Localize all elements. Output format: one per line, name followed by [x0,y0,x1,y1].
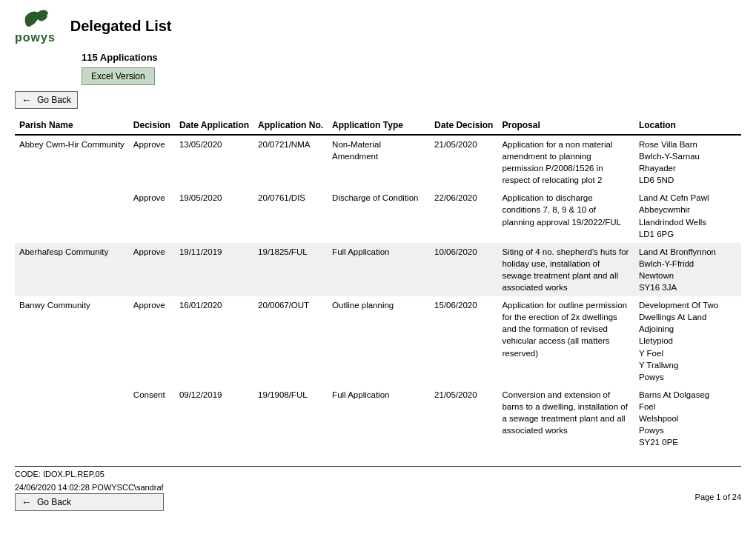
cell-date-app: 16/01/2020 [175,296,253,386]
excel-version-button[interactable]: Excel Version [82,67,155,85]
cell-location: Rose Villa Barn Bwlch-Y-Sarnau Rhayader … [634,135,741,189]
page-title: Delegated List [70,18,172,35]
cell-app-type: Full Application [328,243,430,296]
cell-parish: Aberhafesp Community [15,243,129,296]
col-decision: Decision [129,116,175,135]
page-header: powys Delegated List [15,7,741,44]
logo: powys [15,7,56,44]
logo-text: powys [15,31,56,44]
cell-proposal: Application to discharge conditions 7, 8… [497,189,634,242]
page-footer: CODE: IDOX.PL.REP.05 24/06/2020 14:02:28… [15,466,741,511]
cell-location: Barns At Dolgaseg Foel Welshpool Powys S… [634,386,741,451]
cell-parish [15,189,129,242]
footer-timestamp: 24/06/2020 14:02:28 POWYSCC\sandraf [15,483,164,492]
cell-app-type: Non-Material Amendment [328,135,430,189]
cell-decision: Approve [129,243,175,296]
cell-date-dec: 10/06/2020 [430,243,497,296]
cell-date-app: 09/12/2019 [175,386,253,451]
cell-proposal: Conversion and extension of barns to a d… [497,386,634,451]
cell-date-app: 19/11/2019 [175,243,253,296]
cell-app-no: 20/0761/DIS [253,189,328,242]
col-proposal: Proposal [497,116,634,135]
applications-count: 115 Applications [82,52,741,63]
cell-app-no: 20/0067/OUT [253,296,328,386]
col-date-decision: Date Decision [430,116,497,135]
go-back-button-top[interactable]: ← Go Back [15,91,78,109]
cell-date-dec: 15/06/2020 [430,296,497,386]
cell-proposal: Siting of 4 no. shepherd's huts for holi… [497,243,634,296]
cell-location: Land At Bronffynnon Bwlch-Y-Ffridd Newto… [634,243,741,296]
page-number: Page 1 of 24 [695,493,741,501]
table-row: Abbey Cwm-Hir CommunityApprove13/05/2020… [15,135,741,189]
cell-app-no: 20/0721/NMA [253,135,328,189]
applications-table: Parish Name Decision Date Application Ap… [15,116,741,451]
powys-logo-icon [20,7,50,31]
footer-code: CODE: IDOX.PL.REP.05 [15,470,741,478]
cell-location: Land At Cefn Pawl Abbeycwmhir Llandrindo… [634,189,741,242]
table-row: Banwy CommunityApprove16/01/202020/0067/… [15,296,741,386]
go-back-label-top: Go Back [37,95,71,105]
arrow-left-icon-bottom: ← [21,496,32,508]
cell-date-dec: 21/05/2020 [430,135,497,189]
cell-proposal: Application for a non material amendment… [497,135,634,189]
col-application-type: Application Type [328,116,430,135]
cell-decision: Approve [129,135,175,189]
cell-app-no: 19/1825/FUL [253,243,328,296]
cell-app-type: Discharge of Condition [328,189,430,242]
cell-decision: Consent [129,386,175,451]
cell-app-type: Full Application [328,386,430,451]
col-parish-name: Parish Name [15,116,129,135]
col-location: Location [634,116,741,135]
cell-date-dec: 22/06/2020 [430,189,497,242]
cell-decision: Approve [129,189,175,242]
table-header-row: Parish Name Decision Date Application Ap… [15,116,741,135]
cell-decision: Approve [129,296,175,386]
cell-app-type: Outline planning [328,296,430,386]
cell-parish [15,386,129,451]
cell-location: Development Of Two Dwellings At Land Adj… [634,296,741,386]
go-back-area-top: ← Go Back [15,91,741,109]
footer-divider [15,466,741,467]
table-row: Aberhafesp CommunityApprove19/11/201919/… [15,243,741,296]
cell-proposal: Application for outline permission for t… [497,296,634,386]
toolbar: Excel Version [15,67,741,85]
cell-parish: Banwy Community [15,296,129,386]
table-row: Approve19/05/202020/0761/DISDischarge of… [15,189,741,242]
cell-app-no: 19/1908/FUL [253,386,328,451]
table-row: Consent09/12/201919/1908/FULFull Applica… [15,386,741,451]
cell-date-app: 13/05/2020 [175,135,253,189]
arrow-left-icon: ← [21,94,32,106]
cell-date-app: 19/05/2020 [175,189,253,242]
footer-bottom: 24/06/2020 14:02:28 POWYSCC\sandraf ← Go… [15,483,741,511]
col-date-application: Date Application [175,116,253,135]
col-application-no: Application No. [253,116,328,135]
go-back-label-bottom: Go Back [37,497,71,507]
cell-date-dec: 21/05/2020 [430,386,497,451]
cell-parish: Abbey Cwm-Hir Community [15,135,129,189]
go-back-button-bottom[interactable]: ← Go Back [15,493,164,511]
